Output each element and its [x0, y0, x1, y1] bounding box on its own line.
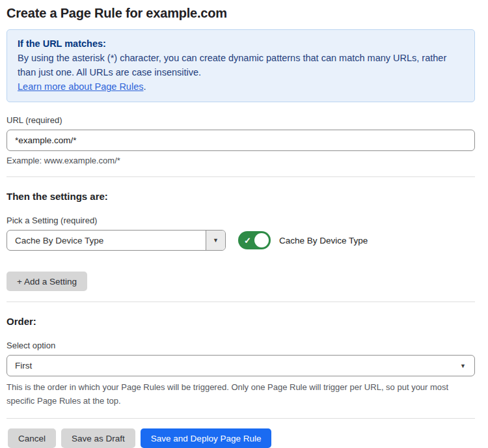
toggle-label: Cache By Device Type	[279, 236, 368, 245]
chevron-down-icon: ▼	[213, 238, 219, 244]
setting-row: Cache By Device Type ▼ ✓ Cache By Device…	[7, 230, 475, 251]
check-icon: ✓	[244, 236, 251, 245]
setting-select[interactable]: Cache By Device Type ▼	[7, 230, 226, 251]
cancel-button[interactable]: Cancel	[8, 428, 56, 448]
info-box-body-text: By using the asterisk (*) character, you…	[18, 53, 446, 77]
add-setting-button[interactable]: + Add a Setting	[7, 272, 87, 291]
order-section-heading: Order:	[7, 315, 475, 328]
info-box-heading: If the URL matches:	[18, 36, 464, 51]
url-input[interactable]	[7, 130, 475, 151]
divider	[7, 301, 475, 302]
link-suffix: .	[143, 81, 146, 92]
settings-section-heading: Then the settings are:	[7, 190, 475, 203]
url-example-hint: Example: www.example.com/*	[7, 156, 475, 166]
divider	[7, 418, 475, 419]
toggle-knob	[254, 233, 269, 247]
info-box-link-line: Learn more about Page Rules.	[18, 79, 464, 94]
save-as-draft-button[interactable]: Save as Draft	[61, 428, 135, 448]
footer-actions: Cancel Save as Draft Save and Deploy Pag…	[7, 428, 475, 448]
setting-select-arrow-button[interactable]: ▼	[206, 231, 225, 250]
order-select-label: Select option	[7, 341, 475, 351]
order-select-value: First	[15, 361, 32, 371]
order-select[interactable]: First ▼	[7, 355, 475, 376]
save-and-deploy-button[interactable]: Save and Deploy Page Rule	[141, 428, 272, 448]
create-page-rule-panel: Create a Page Rule for example.com If th…	[0, 0, 488, 448]
info-box-body: By using the asterisk (*) character, you…	[18, 51, 464, 79]
learn-more-link[interactable]: Learn more about Page Rules	[18, 81, 143, 92]
divider	[7, 176, 475, 177]
order-help-text: This is the order in which your Page Rul…	[7, 380, 475, 408]
pick-setting-label: Pick a Setting (required)	[7, 216, 475, 226]
chevron-down-icon: ▼	[460, 363, 466, 369]
url-field-label: URL (required)	[7, 115, 475, 126]
url-match-info-box: If the URL matches: By using the asteris…	[7, 29, 475, 102]
setting-select-value: Cache By Device Type	[7, 231, 206, 250]
page-title: Create a Page Rule for example.com	[7, 5, 475, 21]
cache-by-device-type-toggle[interactable]: ✓	[238, 231, 271, 249]
